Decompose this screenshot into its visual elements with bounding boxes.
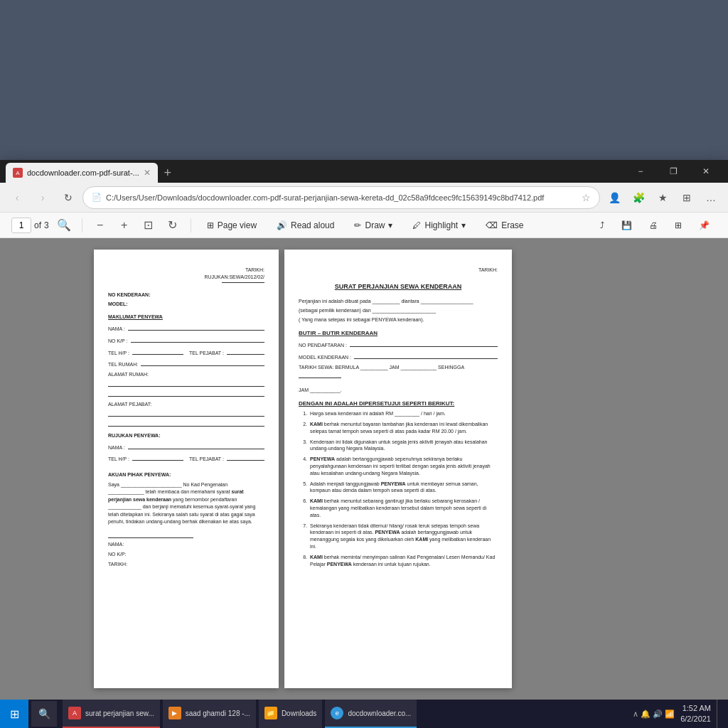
bookmark-icon[interactable]: ☆ xyxy=(582,192,591,203)
favorites-button[interactable]: ★ xyxy=(651,186,674,209)
page-view-button[interactable]: ⊞ Page view xyxy=(200,215,264,235)
nav-right-buttons: 👤 🧩 ★ ⊞ … xyxy=(603,186,722,209)
search-pdf-button[interactable]: 🔍 xyxy=(55,216,73,235)
taskbar-item-downloads[interactable]: 📁 Downloads xyxy=(259,700,322,728)
draw-icon: ✏ xyxy=(354,220,361,230)
pin-toolbar-button[interactable]: 📌 xyxy=(692,215,717,235)
highlight-dropdown-icon: ▾ xyxy=(461,220,466,230)
page-view-icon: ⊞ xyxy=(207,220,214,230)
forward-button[interactable]: › xyxy=(31,186,54,209)
no-kenderaan-field: NO KENDERAAN: xyxy=(108,291,264,299)
intro-section: Perjanjian ini adalah dibuat pada ______… xyxy=(299,298,498,323)
clause-8: KAMI berhak meminta/ menyimpan salinan K… xyxy=(309,554,498,568)
read-aloud-button[interactable]: 🔊 Read aloud xyxy=(269,215,341,235)
zoom-in-button[interactable]: + xyxy=(115,216,134,235)
taskbar-search-icon: 🔍 xyxy=(38,708,50,719)
clause-6: KAMI berhak menuntut sebarang gantirugi … xyxy=(309,498,498,518)
taskbar-search-button[interactable]: 🔍 xyxy=(31,701,57,727)
browser-tab-active[interactable]: A docdownloader.com-pdf-surat-... ✕ xyxy=(6,163,158,183)
clause-2: KAMI berhak menuntut bayaran tambahan ji… xyxy=(309,421,498,435)
highlight-icon: 🖊 xyxy=(412,220,421,230)
print-pdf-button[interactable]: 🖨 xyxy=(642,215,665,235)
no-pendaftaran-field: NO PENDAFTARAN : xyxy=(299,340,498,349)
alamat-pejabat-label: ALAMAT PEJABAT: xyxy=(108,401,264,408)
save-pdf-button[interactable]: 💾 xyxy=(614,215,639,235)
tel-row: TEL H/P : TEL PEJABAT : xyxy=(108,348,264,360)
taskbar-item-edge-pdf[interactable]: A surat perjanjian sew... xyxy=(63,700,160,728)
refresh-button[interactable]: ↻ xyxy=(57,186,80,209)
extensions-button[interactable]: 🧩 xyxy=(627,186,650,209)
pdf-page-left: TARIKH: RUJUKAN:SEWA/2012/02/ NO KENDERA… xyxy=(94,250,279,688)
draw-dropdown-icon: ▾ xyxy=(388,220,392,230)
maklumat-title: MAKLUMAT PENYEWA xyxy=(108,314,264,321)
page-view-label: Page view xyxy=(218,220,257,230)
alamat-rumah-label: ALAMAT RUMAH: xyxy=(108,371,264,378)
lock-icon: 📄 xyxy=(92,193,102,202)
settings-button[interactable]: … xyxy=(700,186,722,209)
taskbar-browser-label: docdownloader.co... xyxy=(348,710,411,717)
tab-label: docdownloader.com-pdf-surat-... xyxy=(27,168,139,177)
separator-1 xyxy=(82,218,82,232)
taskbar-item-vlc[interactable]: ▶ saad ghamdi 128 -... xyxy=(163,700,256,728)
tab-area: A docdownloader.com-pdf-surat-... ✕ + xyxy=(6,160,178,183)
share-pdf-button[interactable]: ⤴ xyxy=(593,215,611,235)
page-number-input[interactable] xyxy=(11,218,31,233)
taskbar-clock[interactable]: 1:52 AM 6/2/2021 xyxy=(680,703,711,725)
show-desktop-button[interactable] xyxy=(717,700,722,728)
taskbar-vlc-label: saad ghamdi 128 -... xyxy=(186,710,250,717)
navigation-bar: ‹ › ↻ 📄 C:/Users/User/Downloads/docdownl… xyxy=(0,183,728,213)
new-tab-button[interactable]: + xyxy=(158,163,178,183)
url-bar[interactable]: 📄 C:/Users/User/Downloads/docdownloader.… xyxy=(82,186,600,209)
akuan-body: Saya ______________________ No Kad Penge… xyxy=(108,481,264,526)
taskbar-right-area: ∧ 🔔 🔊 📶 1:52 AM 6/2/2021 xyxy=(633,700,728,728)
collections-button[interactable]: ⊞ xyxy=(675,186,698,209)
close-button[interactable]: ✕ xyxy=(690,160,722,183)
taskbar-downloads-label: Downloads xyxy=(282,710,316,717)
clause-5: Adalah menjadi tanggungjawab PENYEWA unt… xyxy=(309,481,498,495)
profile-button[interactable]: 👤 xyxy=(603,186,626,209)
signature-area: NAMA: NO K/P: TARIKH: xyxy=(108,537,264,567)
clause-3: Kenderaan ini tidak digunakan untuk sega… xyxy=(309,439,498,453)
taskbar-item-browser[interactable]: e docdownloader.co... xyxy=(325,700,417,728)
highlight-button[interactable]: 🖊 Highlight ▾ xyxy=(405,215,473,235)
minimize-button[interactable]: − xyxy=(624,160,657,183)
start-button[interactable]: ⊞ xyxy=(0,700,28,728)
reader-toolbar: of 3 🔍 − + ⊡ ↻ ⊞ Page view 🔊 Read aloud … xyxy=(0,213,728,238)
taskbar: ⊞ 🔍 A surat perjanjian sew... ▶ saad gha… xyxy=(0,700,728,728)
rujukan-nama-field: NAMA : xyxy=(108,442,264,451)
fit-page-button[interactable]: ⊡ xyxy=(139,216,158,235)
back-button[interactable]: ‹ xyxy=(6,186,28,209)
taskbar-browser-icon: e xyxy=(331,707,343,719)
read-aloud-icon: 🔊 xyxy=(277,220,287,230)
taskbar-items: A surat perjanjian sew... ▶ saad ghamdi … xyxy=(63,700,417,728)
erase-label: Erase xyxy=(501,220,523,230)
nama-field: NAMA : xyxy=(108,323,264,333)
draw-label: Draw xyxy=(365,220,385,230)
tab-close-btn[interactable]: ✕ xyxy=(144,168,151,178)
model-field: MODEL: xyxy=(108,301,264,308)
windows-icon: ⊞ xyxy=(10,707,19,721)
erase-button[interactable]: ⌫ Erase xyxy=(478,215,530,235)
zoom-out-button[interactable]: − xyxy=(91,216,109,235)
taskbar-pdf-label: surat perjanjian sew... xyxy=(85,710,154,717)
restore-button[interactable]: ❐ xyxy=(657,160,690,183)
rujukan-penyewa-title: RUJUKAN PENYEWA: xyxy=(108,432,264,439)
clock-date: 6/2/2021 xyxy=(680,714,711,724)
title-bar: A docdownloader.com-pdf-surat-... ✕ + − … xyxy=(0,160,728,183)
page-total: 3 xyxy=(44,220,49,230)
system-tray-icons: ∧ 🔔 🔊 📶 xyxy=(633,710,675,719)
rotate-button[interactable]: ↻ xyxy=(164,216,182,235)
immersive-reader-button[interactable]: ⊞ xyxy=(668,215,689,235)
sign-tarikh: TARIKH: xyxy=(108,561,264,568)
browser-window: A docdownloader.com-pdf-surat-... ✕ + − … xyxy=(0,160,728,700)
jam-field: JAM ___________. xyxy=(299,387,498,395)
alamat-pejabat-line2 xyxy=(108,419,264,427)
rujukan-tel-row: TEL H/P : TEL PEJABAT : xyxy=(108,454,264,466)
akuan-title: AKUAN PIHAK PENYEWA: xyxy=(108,471,264,478)
draw-button[interactable]: ✏ Draw ▾ xyxy=(347,215,400,235)
alamat-rumah-line2 xyxy=(108,390,264,397)
erase-icon: ⌫ xyxy=(486,220,498,230)
taskbar-pdf-icon: A xyxy=(68,707,81,719)
model-kenderaan-field: MODEL KENDERAAN : xyxy=(299,352,498,361)
pdf-page-container: TARIKH: RUJUKAN:SEWA/2012/02/ NO KENDERA… xyxy=(94,250,634,688)
